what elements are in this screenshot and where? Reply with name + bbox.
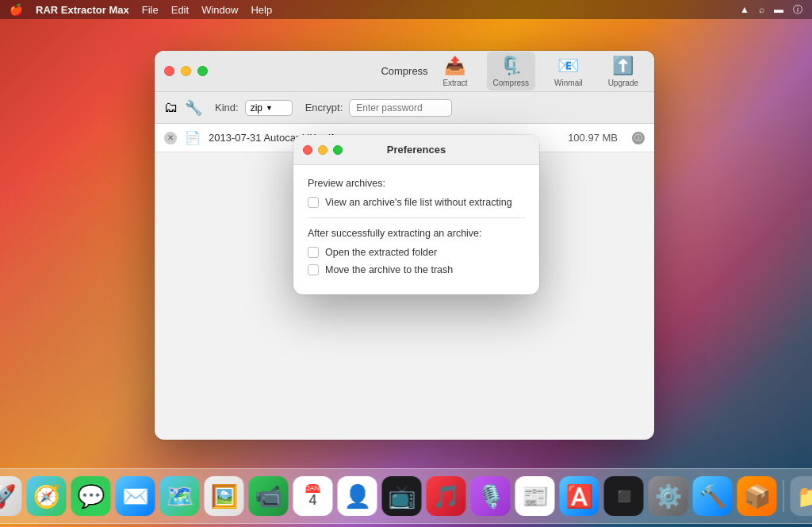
preferences-content: Preview archives: View an archive's file…: [293, 165, 539, 294]
pref-divider: [308, 217, 525, 218]
maximize-button[interactable]: [197, 66, 208, 76]
dock-messages[interactable]: 💬: [71, 476, 111, 516]
pref-minimize-button[interactable]: [318, 145, 327, 155]
move-trash-row: Move the archive to the trash: [308, 264, 525, 275]
extract-icon: 📤: [444, 55, 466, 77]
file-size: 100.97 MB: [568, 132, 618, 144]
menubar-app-name: RAR Extractor Max: [36, 4, 129, 16]
preferences-titlebar: Preferences: [293, 135, 539, 165]
dock-mail[interactable]: ✉️: [116, 476, 155, 516]
wifi-icon: ▲: [740, 4, 749, 15]
extract-button[interactable]: 📤 Extract: [436, 52, 473, 90]
preferences-dialog: Preferences Preview archives: View an ar…: [293, 135, 539, 294]
upgrade-button[interactable]: ⬆️ Upgrade: [602, 52, 645, 90]
winmail-icon: 📧: [557, 55, 580, 77]
compress-titlebar: Compress 📤 Extract 🗜️ Compress 📧 Winmail…: [155, 51, 654, 92]
dock-terminal[interactable]: ⬛: [604, 476, 644, 516]
move-trash-checkbox[interactable]: [308, 264, 319, 275]
menubar-edit[interactable]: Edit: [171, 4, 189, 16]
dock-maps[interactable]: 🗺️: [160, 476, 200, 516]
menubar-help[interactable]: Help: [251, 4, 272, 16]
dock-downloads[interactable]: 📁: [791, 476, 813, 516]
dock-facetime[interactable]: 📹: [249, 476, 289, 516]
dock-news[interactable]: 📰: [515, 476, 555, 516]
window-title: Compress: [381, 65, 427, 77]
menubar-file[interactable]: File: [142, 4, 159, 16]
close-button[interactable]: [164, 66, 174, 76]
open-folder-row: Open the extracted folder: [308, 247, 525, 258]
dock-divider: [783, 480, 784, 512]
dock: 🗂️ 🚀 🧭 💬 ✉️ 🗺️ 🖼️ 📹 JAN 4 👤 📺 🎵 🎙️ 📰 🅰️ …: [0, 468, 812, 524]
dock-music[interactable]: 🎵: [427, 476, 466, 516]
move-trash-label: Move the archive to the trash: [325, 264, 453, 275]
dock-rar-extractor[interactable]: 📦: [737, 476, 777, 516]
after-extract-label: After successfully extracting an archive…: [308, 228, 525, 239]
kind-value: zip: [251, 102, 262, 113]
kind-label: Kind:: [215, 102, 239, 113]
winmail-button[interactable]: 📧 Winmail: [548, 52, 589, 90]
archive-icon: 🗂: [164, 99, 178, 116]
traffic-lights: [164, 66, 208, 76]
dock-systemprefs[interactable]: ⚙️: [649, 476, 688, 516]
view-archive-row: View an archive's file list without extr…: [308, 197, 525, 208]
compress-icon: 🗜️: [500, 55, 522, 77]
remove-file-button[interactable]: ✕: [164, 132, 177, 144]
menubar: 🍎 RAR Extractor Max File Edit Window Hel…: [0, 0, 812, 19]
menubar-left: 🍎 RAR Extractor Max File Edit Window Hel…: [10, 3, 272, 16]
view-archive-checkbox[interactable]: [308, 197, 319, 208]
open-folder-checkbox[interactable]: [308, 247, 319, 258]
dock-launchpad[interactable]: 🚀: [0, 476, 22, 516]
dock-appletv[interactable]: 📺: [382, 476, 422, 516]
file-info-button[interactable]: ⓘ: [632, 132, 645, 144]
dock-contacts[interactable]: 👤: [338, 476, 377, 516]
dock-photos[interactable]: 🖼️: [205, 476, 244, 516]
menubar-right: ▲ ⌕ ▬ ⓘ: [740, 3, 802, 17]
info-icon: ⓘ: [793, 3, 802, 17]
upgrade-icon: ⬆️: [612, 55, 634, 77]
pdf-icon: 📄: [185, 130, 201, 145]
preview-archives-label: Preview archives:: [308, 178, 525, 189]
settings-icon: 🔧: [185, 99, 202, 117]
pref-close-button[interactable]: [303, 145, 312, 155]
dock-safari[interactable]: 🧭: [27, 476, 67, 516]
pref-maximize-button[interactable]: [333, 145, 343, 155]
chevron-down-icon: ▼: [266, 104, 273, 112]
search-icon[interactable]: ⌕: [759, 4, 764, 15]
kind-select[interactable]: zip ▼: [245, 100, 293, 116]
preferences-title: Preferences: [387, 144, 446, 156]
minimize-button[interactable]: [181, 66, 191, 76]
pref-traffic-lights: [303, 145, 343, 155]
view-archive-label: View an archive's file list without extr…: [325, 197, 512, 208]
dock-appstore[interactable]: 🅰️: [560, 476, 599, 516]
compress-button[interactable]: 🗜️ Compress: [487, 52, 536, 90]
dock-podcasts[interactable]: 🎙️: [471, 476, 511, 516]
password-input[interactable]: [349, 99, 452, 117]
open-folder-label: Open the extracted folder: [325, 247, 437, 258]
kind-bar: 🗂 🔧 Kind: zip ▼ Encrypt:: [155, 92, 654, 124]
menubar-window[interactable]: Window: [201, 4, 238, 16]
dock-xcode[interactable]: 🔨: [693, 476, 733, 516]
dock-calendar[interactable]: JAN 4: [293, 476, 333, 516]
toolbar-buttons: 📤 Extract 🗜️ Compress 📧 Winmail ⬆️ Upgra…: [436, 52, 645, 90]
battery-icon: ▬: [774, 4, 783, 15]
encrypt-label: Encrypt:: [305, 102, 343, 113]
apple-menu[interactable]: 🍎: [10, 3, 23, 16]
